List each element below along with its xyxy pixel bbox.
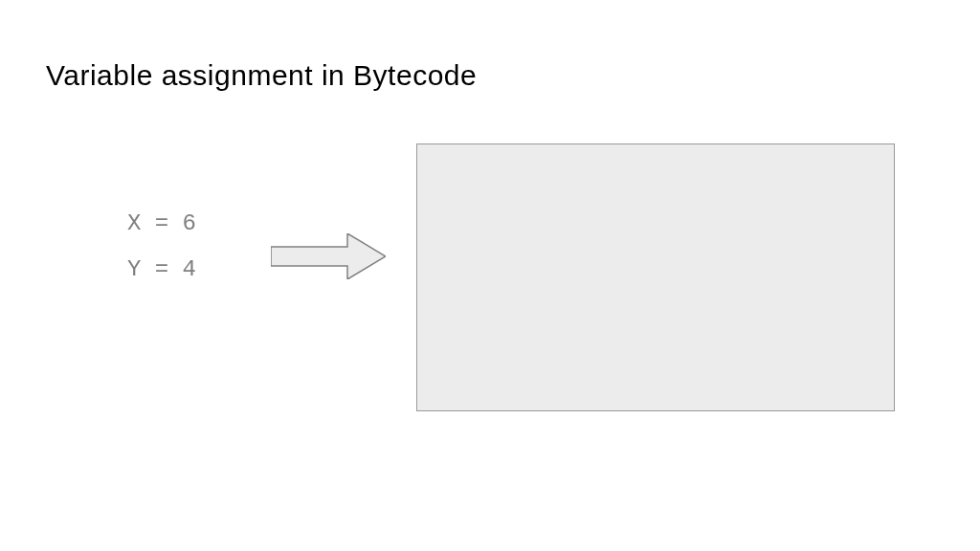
slide-title: Variable assignment in Bytecode	[46, 59, 477, 92]
code-line-2: Y = 4	[127, 247, 196, 293]
source-code: X = 6 Y = 4	[127, 201, 196, 293]
arrow-right-icon	[271, 233, 386, 279]
bytecode-output-box	[416, 143, 895, 411]
code-line-1: X = 6	[127, 201, 196, 247]
